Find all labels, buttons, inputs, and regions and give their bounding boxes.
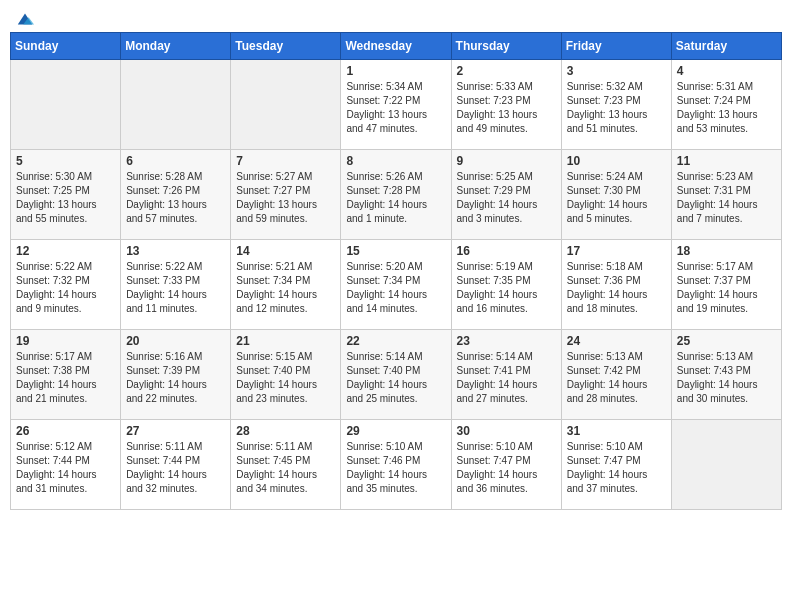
day-number: 18 xyxy=(677,244,776,258)
day-info: Sunrise: 5:10 AM Sunset: 7:47 PM Dayligh… xyxy=(567,440,666,496)
day-info: Sunrise: 5:13 AM Sunset: 7:42 PM Dayligh… xyxy=(567,350,666,406)
day-number: 12 xyxy=(16,244,115,258)
weekday-header: Monday xyxy=(121,33,231,60)
calendar-cell: 26Sunrise: 5:12 AM Sunset: 7:44 PM Dayli… xyxy=(11,420,121,510)
day-number: 3 xyxy=(567,64,666,78)
calendar-cell: 21Sunrise: 5:15 AM Sunset: 7:40 PM Dayli… xyxy=(231,330,341,420)
day-info: Sunrise: 5:30 AM Sunset: 7:25 PM Dayligh… xyxy=(16,170,115,226)
day-number: 20 xyxy=(126,334,225,348)
calendar-cell: 8Sunrise: 5:26 AM Sunset: 7:28 PM Daylig… xyxy=(341,150,451,240)
calendar-cell: 2Sunrise: 5:33 AM Sunset: 7:23 PM Daylig… xyxy=(451,60,561,150)
calendar-cell xyxy=(671,420,781,510)
logo xyxy=(14,10,34,24)
calendar-cell: 31Sunrise: 5:10 AM Sunset: 7:47 PM Dayli… xyxy=(561,420,671,510)
calendar-cell xyxy=(11,60,121,150)
calendar-cell: 29Sunrise: 5:10 AM Sunset: 7:46 PM Dayli… xyxy=(341,420,451,510)
calendar-cell xyxy=(121,60,231,150)
day-info: Sunrise: 5:17 AM Sunset: 7:38 PM Dayligh… xyxy=(16,350,115,406)
calendar-cell: 13Sunrise: 5:22 AM Sunset: 7:33 PM Dayli… xyxy=(121,240,231,330)
calendar-cell: 17Sunrise: 5:18 AM Sunset: 7:36 PM Dayli… xyxy=(561,240,671,330)
day-info: Sunrise: 5:28 AM Sunset: 7:26 PM Dayligh… xyxy=(126,170,225,226)
day-info: Sunrise: 5:26 AM Sunset: 7:28 PM Dayligh… xyxy=(346,170,445,226)
calendar-cell: 15Sunrise: 5:20 AM Sunset: 7:34 PM Dayli… xyxy=(341,240,451,330)
calendar-cell xyxy=(231,60,341,150)
day-number: 16 xyxy=(457,244,556,258)
day-number: 14 xyxy=(236,244,335,258)
calendar-cell: 12Sunrise: 5:22 AM Sunset: 7:32 PM Dayli… xyxy=(11,240,121,330)
week-row: 12Sunrise: 5:22 AM Sunset: 7:32 PM Dayli… xyxy=(11,240,782,330)
day-number: 17 xyxy=(567,244,666,258)
day-info: Sunrise: 5:31 AM Sunset: 7:24 PM Dayligh… xyxy=(677,80,776,136)
calendar-cell: 22Sunrise: 5:14 AM Sunset: 7:40 PM Dayli… xyxy=(341,330,451,420)
day-info: Sunrise: 5:25 AM Sunset: 7:29 PM Dayligh… xyxy=(457,170,556,226)
day-number: 19 xyxy=(16,334,115,348)
calendar-cell: 28Sunrise: 5:11 AM Sunset: 7:45 PM Dayli… xyxy=(231,420,341,510)
day-number: 13 xyxy=(126,244,225,258)
day-number: 23 xyxy=(457,334,556,348)
day-number: 5 xyxy=(16,154,115,168)
day-number: 29 xyxy=(346,424,445,438)
calendar-cell: 1Sunrise: 5:34 AM Sunset: 7:22 PM Daylig… xyxy=(341,60,451,150)
day-number: 6 xyxy=(126,154,225,168)
day-info: Sunrise: 5:10 AM Sunset: 7:47 PM Dayligh… xyxy=(457,440,556,496)
calendar-cell: 30Sunrise: 5:10 AM Sunset: 7:47 PM Dayli… xyxy=(451,420,561,510)
day-number: 28 xyxy=(236,424,335,438)
week-row: 1Sunrise: 5:34 AM Sunset: 7:22 PM Daylig… xyxy=(11,60,782,150)
day-number: 10 xyxy=(567,154,666,168)
calendar-cell: 27Sunrise: 5:11 AM Sunset: 7:44 PM Dayli… xyxy=(121,420,231,510)
weekday-header: Saturday xyxy=(671,33,781,60)
calendar-cell: 10Sunrise: 5:24 AM Sunset: 7:30 PM Dayli… xyxy=(561,150,671,240)
day-info: Sunrise: 5:22 AM Sunset: 7:33 PM Dayligh… xyxy=(126,260,225,316)
day-info: Sunrise: 5:32 AM Sunset: 7:23 PM Dayligh… xyxy=(567,80,666,136)
day-info: Sunrise: 5:13 AM Sunset: 7:43 PM Dayligh… xyxy=(677,350,776,406)
calendar-cell: 4Sunrise: 5:31 AM Sunset: 7:24 PM Daylig… xyxy=(671,60,781,150)
day-info: Sunrise: 5:10 AM Sunset: 7:46 PM Dayligh… xyxy=(346,440,445,496)
page-header xyxy=(10,10,782,24)
weekday-header: Friday xyxy=(561,33,671,60)
calendar-cell: 9Sunrise: 5:25 AM Sunset: 7:29 PM Daylig… xyxy=(451,150,561,240)
day-number: 7 xyxy=(236,154,335,168)
day-info: Sunrise: 5:27 AM Sunset: 7:27 PM Dayligh… xyxy=(236,170,335,226)
day-info: Sunrise: 5:20 AM Sunset: 7:34 PM Dayligh… xyxy=(346,260,445,316)
day-number: 24 xyxy=(567,334,666,348)
weekday-header: Wednesday xyxy=(341,33,451,60)
calendar-cell: 19Sunrise: 5:17 AM Sunset: 7:38 PM Dayli… xyxy=(11,330,121,420)
day-number: 2 xyxy=(457,64,556,78)
day-number: 26 xyxy=(16,424,115,438)
calendar-cell: 16Sunrise: 5:19 AM Sunset: 7:35 PM Dayli… xyxy=(451,240,561,330)
day-info: Sunrise: 5:14 AM Sunset: 7:40 PM Dayligh… xyxy=(346,350,445,406)
calendar-cell: 11Sunrise: 5:23 AM Sunset: 7:31 PM Dayli… xyxy=(671,150,781,240)
weekday-header: Tuesday xyxy=(231,33,341,60)
calendar-cell: 24Sunrise: 5:13 AM Sunset: 7:42 PM Dayli… xyxy=(561,330,671,420)
day-info: Sunrise: 5:33 AM Sunset: 7:23 PM Dayligh… xyxy=(457,80,556,136)
weekday-header: Sunday xyxy=(11,33,121,60)
day-number: 1 xyxy=(346,64,445,78)
day-info: Sunrise: 5:11 AM Sunset: 7:44 PM Dayligh… xyxy=(126,440,225,496)
calendar-cell: 20Sunrise: 5:16 AM Sunset: 7:39 PM Dayli… xyxy=(121,330,231,420)
day-info: Sunrise: 5:17 AM Sunset: 7:37 PM Dayligh… xyxy=(677,260,776,316)
day-info: Sunrise: 5:21 AM Sunset: 7:34 PM Dayligh… xyxy=(236,260,335,316)
calendar-cell: 3Sunrise: 5:32 AM Sunset: 7:23 PM Daylig… xyxy=(561,60,671,150)
calendar-cell: 25Sunrise: 5:13 AM Sunset: 7:43 PM Dayli… xyxy=(671,330,781,420)
logo-icon xyxy=(16,10,34,28)
weekday-header: Thursday xyxy=(451,33,561,60)
day-number: 11 xyxy=(677,154,776,168)
day-info: Sunrise: 5:18 AM Sunset: 7:36 PM Dayligh… xyxy=(567,260,666,316)
day-info: Sunrise: 5:15 AM Sunset: 7:40 PM Dayligh… xyxy=(236,350,335,406)
calendar-cell: 6Sunrise: 5:28 AM Sunset: 7:26 PM Daylig… xyxy=(121,150,231,240)
calendar-cell: 23Sunrise: 5:14 AM Sunset: 7:41 PM Dayli… xyxy=(451,330,561,420)
calendar-cell: 7Sunrise: 5:27 AM Sunset: 7:27 PM Daylig… xyxy=(231,150,341,240)
day-info: Sunrise: 5:14 AM Sunset: 7:41 PM Dayligh… xyxy=(457,350,556,406)
day-info: Sunrise: 5:24 AM Sunset: 7:30 PM Dayligh… xyxy=(567,170,666,226)
calendar-cell: 14Sunrise: 5:21 AM Sunset: 7:34 PM Dayli… xyxy=(231,240,341,330)
day-info: Sunrise: 5:16 AM Sunset: 7:39 PM Dayligh… xyxy=(126,350,225,406)
day-info: Sunrise: 5:11 AM Sunset: 7:45 PM Dayligh… xyxy=(236,440,335,496)
day-number: 22 xyxy=(346,334,445,348)
day-number: 25 xyxy=(677,334,776,348)
day-info: Sunrise: 5:12 AM Sunset: 7:44 PM Dayligh… xyxy=(16,440,115,496)
day-number: 30 xyxy=(457,424,556,438)
day-number: 21 xyxy=(236,334,335,348)
day-number: 15 xyxy=(346,244,445,258)
calendar-cell: 18Sunrise: 5:17 AM Sunset: 7:37 PM Dayli… xyxy=(671,240,781,330)
day-info: Sunrise: 5:19 AM Sunset: 7:35 PM Dayligh… xyxy=(457,260,556,316)
